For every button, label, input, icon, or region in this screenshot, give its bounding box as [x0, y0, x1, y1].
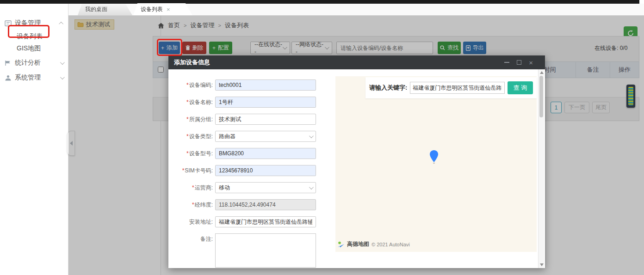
device-code-input[interactable] [215, 79, 316, 91]
scroll-up-icon[interactable] [540, 71, 544, 74]
device-type-value: 路由器 [219, 133, 235, 141]
sidebar-item-device-list[interactable]: 设备列表 [0, 30, 68, 43]
maximize-icon[interactable] [517, 60, 521, 65]
field-label-coordinates: *经纬度: [168, 201, 213, 209]
sidebar-item-label: 统计分析 [15, 59, 57, 67]
top-bar-gap [639, 0, 644, 4]
tab-device-list[interactable]: 设备列表 × [133, 3, 192, 15]
field-label-device-name: *设备名称: [168, 98, 213, 106]
close-icon[interactable]: × [529, 59, 533, 66]
tab-my-desktop[interactable]: 我的桌面 [78, 4, 132, 15]
sidebar: 设备管理 设备列表 GIS地图 统计分析 系统管理 [0, 4, 68, 275]
map-copyright: © 2021 AutoNavi [372, 242, 410, 247]
browser-top-bar [0, 0, 639, 4]
field-label-device-type: *设备类型: [168, 133, 213, 141]
device-management-icon [5, 20, 12, 27]
sidebar-item-label: 设备列表 [17, 32, 43, 41]
map-brand: 高德地图 [347, 240, 369, 248]
field-label-install-address: 安装地址: [168, 218, 213, 226]
field-label-remark: 备注: [168, 235, 213, 243]
device-type-select[interactable]: 路由器 [215, 131, 316, 142]
add-device-modal: 添加设备信息 × *设备编码: *设备名称: *所属分组: *设备类型: 路由器… [168, 55, 545, 268]
install-address-input[interactable] [215, 216, 316, 227]
carrier-select[interactable]: 移动 [215, 182, 316, 193]
group-input[interactable] [215, 114, 316, 125]
amap-logo-icon [337, 241, 345, 248]
keyword-label: 请输入关键字: [369, 84, 407, 92]
sidebar-item-gis-map[interactable]: GIS地图 [0, 42, 68, 55]
map-attribution: 高德地图 © 2021 AutoNavi [337, 240, 410, 248]
map-pin-icon[interactable] [429, 150, 439, 164]
tab-bar: 我的桌面 设备列表 × [68, 4, 644, 16]
scrollbar-thumb[interactable] [539, 76, 543, 117]
tab-close-icon[interactable]: × [167, 6, 170, 12]
field-label-carrier: *运营商: [168, 184, 213, 192]
device-name-input[interactable] [215, 97, 316, 108]
widget-stripes [628, 87, 633, 105]
sidebar-item-label: GIS地图 [17, 44, 41, 53]
field-label-group: *所属分组: [168, 116, 213, 123]
coordinates-input [215, 199, 316, 210]
keyword-input[interactable] [410, 82, 505, 94]
tab-label: 我的桌面 [85, 6, 107, 13]
minimize-icon[interactable] [504, 62, 509, 63]
carrier-value: 移动 [219, 184, 230, 192]
chevron-down-icon [60, 75, 65, 79]
sim-number-input[interactable] [215, 165, 316, 176]
modal-title: 添加设备信息 [174, 58, 504, 67]
chevron-down-icon [309, 134, 314, 138]
sidebar-item-label: 设备管理 [15, 19, 57, 27]
sidebar-item-system-management[interactable]: 系统管理 [0, 71, 68, 84]
sidebar-item-device-management[interactable]: 设备管理 [0, 17, 68, 30]
map-search-bar: 请输入关键字: 查 询 [365, 77, 537, 98]
field-label-sim-number: *SIM卡号码: [168, 167, 213, 175]
modal-scrollbar[interactable] [538, 69, 544, 268]
modal-header[interactable]: 添加设备信息 × [168, 55, 545, 69]
scroll-down-icon[interactable] [540, 263, 544, 266]
statistics-icon [5, 60, 12, 67]
field-label-device-model: *设备型号: [168, 150, 213, 158]
tab-label: 设备列表 [141, 6, 163, 13]
user-icon [5, 74, 12, 81]
remark-textarea[interactable] [215, 233, 316, 268]
device-model-input[interactable] [215, 148, 316, 159]
app-window: 我的桌面 设备列表 × 设备管理 设备列表 GIS地图 统计分析 [0, 0, 644, 275]
field-label-device-code: *设备编码: [168, 81, 213, 89]
chevron-up-icon [59, 21, 63, 26]
modal-body: *设备编码: *设备名称: *所属分组: *设备类型: 路由器 *设备型号: *… [168, 69, 545, 268]
sidebar-item-label: 系统管理 [15, 73, 57, 82]
chevron-down-icon [309, 185, 314, 189]
chevron-down-icon [60, 60, 65, 65]
map-search-button[interactable]: 查 询 [508, 81, 533, 94]
map-panel[interactable]: 请输入关键字: 查 询 高德地图 © 2021 AutoNavi [335, 76, 537, 252]
browser-extension-widget[interactable] [626, 85, 635, 108]
sidebar-item-statistics[interactable]: 统计分析 [0, 56, 68, 69]
